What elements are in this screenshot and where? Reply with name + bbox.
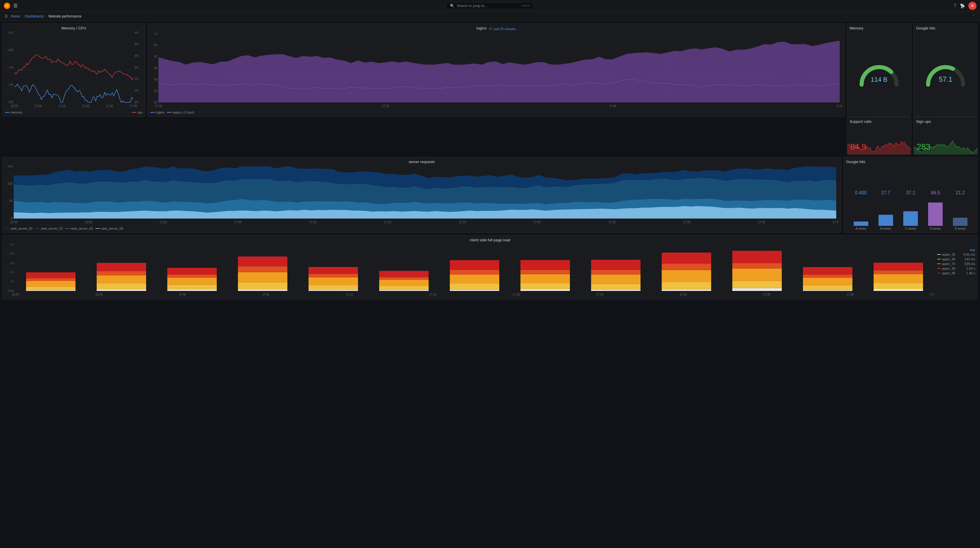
nav-left: ☰	[3, 2, 326, 10]
server-requests-title: server requests	[5, 159, 838, 164]
memory-gauge-panel: Memory 114 B	[847, 23, 911, 117]
legend-memory: memory	[5, 111, 22, 114]
nav-right: ? 📡 A	[654, 2, 977, 10]
bar-d-wrap	[928, 197, 943, 226]
bar-e-series: 21.2 E-series	[948, 190, 973, 230]
server-requests-legend: web_server_01 web_server_02 web_server_0…	[5, 226, 838, 230]
bar-e-label: E-series	[955, 227, 966, 230]
bar-c-rect	[903, 211, 918, 226]
legend-ws02: web_server_02	[35, 227, 63, 230]
avatar[interactable]: A	[968, 2, 977, 10]
search-bar[interactable]: 🔍 Search or jump to... cmd+k	[446, 2, 534, 10]
search-placeholder: Search or jump to...	[457, 4, 487, 8]
memory-gauge-container: 114 B	[850, 32, 908, 114]
client-chart-wrapper: avg upper_25 6.81 ms upper_50 142 ms	[5, 243, 975, 297]
legend-upper95-value: 1.46 s	[966, 271, 975, 275]
legend-upper95-color	[937, 273, 940, 273]
avg-label: avg	[937, 248, 975, 252]
memory-cpu-legend: memory cpu	[5, 110, 143, 114]
google-hits-bars-title: Google hits	[846, 159, 975, 164]
legend-logins-1h: logins (-1 hour)	[167, 111, 194, 114]
bar-c-wrap	[903, 197, 918, 226]
legend-upper25-label: upper_25	[942, 253, 956, 256]
logins-title: logins	[477, 26, 487, 30]
sign-ups-panel: Sign ups 283	[913, 117, 978, 155]
google-hits-gauge-svg: 57.1	[922, 56, 969, 91]
bar-e-rect	[953, 218, 967, 226]
row1b: Support calls 84.9 Sign ups 283	[2, 117, 978, 155]
svg-text:114 B: 114 B	[870, 76, 888, 83]
legend-upper75: upper_75 535 ms	[937, 262, 975, 266]
memory-gauge-title: Memory	[850, 26, 863, 30]
svg-text:57.1: 57.1	[939, 75, 953, 83]
legend-upper50: upper_50 142 ms	[937, 257, 975, 261]
sign-ups-title: Sign ups	[916, 119, 975, 124]
breadcrumb-dashboards[interactable]: Dashboards	[25, 14, 44, 18]
breadcrumb-current: Website performance	[48, 14, 82, 18]
client-legend: avg upper_25 6.81 ms upper_50 142 ms	[937, 243, 975, 297]
collapse-icon[interactable]: ⌃	[972, 14, 975, 19]
legend-upper75-color	[937, 263, 940, 264]
logins-time-text: Last 20 minutes	[493, 27, 516, 31]
legend-ws01-label: web_server_01	[11, 227, 33, 230]
logins-legend: logins logins (-1 hour)	[150, 110, 842, 114]
server-requests-panel: server requests web_server_01 web_server…	[2, 157, 841, 233]
server-requests-chart	[5, 165, 838, 226]
legend-ws03-label: web_server_03	[71, 227, 93, 230]
bar-d-rect	[928, 202, 943, 226]
legend-memory-color	[5, 112, 10, 113]
hamburger-breadcrumb[interactable]: ☰	[5, 14, 8, 18]
legend-logins-1h-label: logins (-1 hour)	[173, 111, 194, 114]
client-page-load-title: client side full page load	[5, 238, 975, 242]
legend-logins-color	[150, 112, 155, 113]
bar-b-rect	[878, 215, 893, 226]
bar-a-wrap	[854, 197, 868, 226]
grafana-logo	[3, 2, 11, 10]
top-nav: ☰ 🔍 Search or jump to... cmd+k ? 📡 A	[0, 0, 980, 12]
hamburger-menu[interactable]: ☰	[13, 3, 18, 8]
client-chart-area	[5, 243, 935, 297]
legend-logins: logins	[150, 111, 164, 114]
legend-upper75-value: 535 ms	[964, 262, 975, 266]
memory-cpu-chart	[5, 32, 143, 110]
legend-upper95: upper_95 1.46 s	[937, 271, 975, 275]
logins-panel: logins ⏱ Last 20 minutes logins logins (…	[148, 23, 845, 117]
bar-a-series: 0.400 A-series	[848, 190, 873, 230]
legend-upper90-value: 1.04 s	[966, 267, 975, 270]
legend-upper90-color	[937, 268, 940, 269]
client-page-load-canvas	[5, 243, 935, 297]
search-kbd: cmd+k	[521, 4, 530, 7]
search-icon: 🔍	[450, 4, 454, 8]
client-page-load-panel: client side full page load avg upper_25 …	[2, 235, 978, 299]
nav-center: 🔍 Search or jump to... cmd+k	[329, 2, 651, 10]
google-hits-bars-panel: Google hits 0.400 A-series 27.7	[843, 157, 978, 233]
bar-c-label: C-series	[905, 227, 916, 230]
clock-icon: ⏱	[489, 27, 492, 31]
svg-point-3	[6, 5, 8, 6]
legend-ws04-color	[95, 228, 100, 229]
sign-ups-value: 283	[917, 142, 931, 151]
bar-b-wrap	[878, 197, 893, 226]
news-icon[interactable]: 📡	[960, 3, 965, 8]
google-hits-gauge-panel: Google hits 57.1	[913, 23, 978, 117]
legend-ws03: web_server_03	[65, 227, 93, 230]
logins-chart	[150, 33, 842, 110]
legend-upper25-value: 6.81 ms	[964, 253, 975, 256]
memory-cpu-panel: Memory / CPU memory cpu	[2, 23, 145, 117]
google-hits-bar-area: 0.400 A-series 27.7 B-series	[846, 165, 975, 230]
legend-ws02-color	[35, 228, 40, 229]
legend-logins-1h-color	[167, 112, 172, 113]
support-calls-title: Support calls	[850, 119, 908, 124]
breadcrumb-home[interactable]: Home	[11, 14, 20, 18]
legend-upper90: upper_90 1.04 s	[937, 267, 975, 270]
legend-upper25: upper_25 6.81 ms	[937, 253, 975, 256]
bar-e-value: 21.2	[956, 190, 965, 196]
legend-ws04: web_server_04	[95, 227, 123, 230]
bar-c-value: 37.1	[906, 190, 915, 196]
help-icon[interactable]: ?	[954, 3, 956, 8]
bar-b-value: 27.7	[881, 190, 890, 196]
legend-upper75-label: upper_75	[942, 262, 956, 266]
logins-time-badge: ⏱ Last 20 minutes	[489, 27, 516, 31]
legend-memory-label: memory	[11, 111, 22, 114]
legend-upper25-color	[937, 254, 940, 255]
